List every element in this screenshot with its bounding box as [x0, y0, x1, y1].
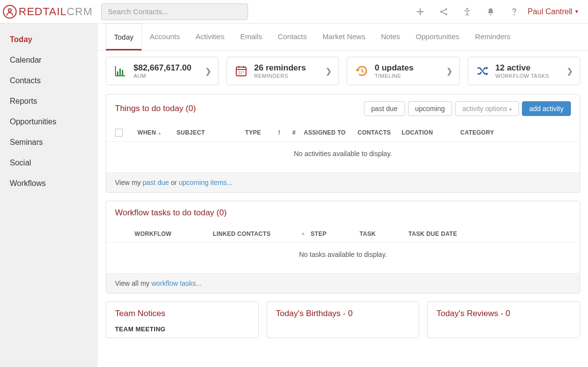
svg-point-13 [239, 73, 240, 74]
activity-options-button[interactable]: activity options ▾ [455, 101, 519, 116]
sidebar: Today Calendar Contacts Reports Opportun… [0, 23, 98, 367]
logo-text: REDTAILCRM [19, 5, 92, 18]
tab-reminders[interactable]: Reminders [467, 23, 519, 50]
workflow-table-head: WORKFLOW LINKED CONTACTS▲ STEP TASK TASK… [106, 225, 580, 243]
panel-title: Things to do today (0) [115, 104, 196, 114]
col-step[interactable]: STEP [311, 230, 360, 237]
things-empty: No activities available to display. [106, 142, 580, 172]
workflow-tasks-link[interactable]: workflow tasks... [151, 279, 202, 287]
app-logo[interactable]: REDTAILCRM [3, 5, 92, 19]
workflow-panel: Workflow tasks to do today (0) WORKFLOW … [106, 201, 580, 294]
team-notice-heading: TEAM MEETING [115, 325, 249, 333]
past-due-link[interactable]: past due [143, 179, 169, 186]
bottom-row: Team Notices TEAM MEETING Today's Birthd… [98, 301, 588, 338]
workflow-empty: No tasks available to display. [106, 243, 580, 273]
svg-point-1 [440, 11, 442, 13]
workflow-footer: View all my workflow tasks... [106, 273, 580, 293]
stat-label: REMINDERS [254, 73, 320, 79]
tab-activities[interactable]: Activities [188, 23, 232, 50]
tab-bar: Today Accounts Activities Emails Contact… [98, 23, 588, 51]
panel-title: Today's Birthdays - 0 [276, 309, 410, 319]
tab-contacts[interactable]: Contacts [270, 23, 315, 50]
shuffle-icon [475, 64, 490, 78]
col-location[interactable]: LOCATION [402, 129, 460, 136]
tab-emails[interactable]: Emails [232, 23, 270, 50]
sidebar-item-opportunities[interactable]: Opportunities [0, 112, 98, 132]
sidebar-item-contacts[interactable]: Contacts [0, 70, 98, 91]
caret-down-icon: ▾ [509, 107, 512, 112]
sidebar-item-calendar[interactable]: Calendar [0, 50, 98, 70]
col-contacts[interactable]: CONTACTS [358, 129, 402, 136]
reviews-panel: Today's Reviews - 0 [427, 301, 580, 338]
svg-point-10 [239, 71, 240, 72]
tab-opportunities[interactable]: Opportunities [408, 23, 467, 50]
main-content: Today Accounts Activities Emails Contact… [98, 23, 588, 367]
team-notices-panel: Team Notices TEAM MEETING [106, 301, 259, 338]
upcoming-items-link[interactable]: upcoming items... [179, 179, 233, 186]
col-task[interactable]: TASK [360, 230, 408, 237]
svg-point-4 [466, 8, 468, 10]
col-linked[interactable]: LINKED CONTACTS▲ [213, 230, 311, 237]
bell-icon[interactable] [486, 7, 495, 16]
stat-value: 26 reminders [254, 63, 320, 73]
stat-value: 12 active [496, 63, 561, 73]
chevron-right-icon: ❯ [566, 67, 573, 76]
header-icon-group [416, 7, 519, 16]
stats-row: $82,667,617.00 AUM ❯ 26 reminders REMIND… [98, 51, 588, 91]
col-subject[interactable]: SUBJECT [177, 129, 245, 136]
upcoming-button[interactable]: upcoming [408, 101, 452, 116]
tab-accounts[interactable]: Accounts [142, 23, 188, 50]
col-workflow[interactable]: WORKFLOW [135, 230, 213, 237]
col-priority[interactable]: ! [274, 129, 289, 136]
share-icon[interactable] [439, 7, 448, 16]
chevron-right-icon: ❯ [446, 67, 452, 76]
things-footer: View my past due or upcoming items... [106, 172, 580, 192]
past-due-button[interactable]: past due [364, 101, 405, 116]
col-category[interactable]: CATEGORY [460, 129, 504, 136]
app-header: REDTAILCRM Paul Cantrell ▼ [0, 0, 588, 23]
sidebar-item-social[interactable]: Social [0, 153, 98, 173]
stat-label: TIMELINE [375, 73, 440, 79]
sidebar-item-reports[interactable]: Reports [0, 91, 98, 112]
caret-down-icon: ▼ [574, 9, 579, 14]
chevron-right-icon: ❯ [325, 67, 332, 76]
sidebar-item-workflows[interactable]: Workflows [0, 173, 98, 194]
stat-reminders[interactable]: 26 reminders REMINDERS ❯ [226, 57, 339, 85]
add-icon[interactable] [416, 7, 425, 16]
col-due[interactable]: TASK DUE DATE [408, 230, 497, 237]
things-table-head: WHEN▲ SUBJECT TYPE ! # ASSIGNED TO CONTA… [106, 123, 580, 142]
add-activity-button[interactable]: add activity [522, 101, 571, 116]
select-all-checkbox[interactable] [115, 129, 123, 137]
col-when[interactable]: WHEN▲ [137, 129, 177, 136]
stat-aum[interactable]: $82,667,617.00 AUM ❯ [106, 57, 219, 85]
tab-today[interactable]: Today [106, 23, 142, 50]
help-icon[interactable] [510, 7, 519, 16]
svg-point-2 [445, 8, 447, 10]
stat-value: $82,667,617.00 [134, 63, 199, 73]
user-menu[interactable]: Paul Cantrell ▼ [527, 7, 579, 16]
panel-title: Workflow tasks to do today (0) [115, 208, 226, 218]
svg-point-14 [241, 73, 242, 74]
tab-notes[interactable]: Notes [373, 23, 408, 50]
stat-updates[interactable]: 0 updates TIMELINE ❯ [347, 57, 460, 85]
chevron-right-icon: ❯ [205, 67, 211, 76]
sidebar-item-today[interactable]: Today [0, 29, 98, 50]
things-panel: Things to do today (0) past due upcoming… [106, 94, 580, 193]
stat-value: 0 updates [375, 63, 440, 73]
svg-point-5 [514, 14, 515, 15]
chart-icon [113, 64, 128, 78]
user-name: Paul Cantrell [527, 7, 572, 16]
tab-market-news[interactable]: Market News [315, 23, 373, 50]
svg-point-11 [241, 71, 242, 72]
history-icon [354, 64, 369, 78]
accessibility-icon[interactable] [463, 7, 472, 16]
col-num[interactable]: # [289, 129, 304, 136]
search-input[interactable] [101, 3, 248, 20]
col-type[interactable]: TYPE [245, 129, 274, 136]
stat-workflow[interactable]: 12 active WORKFLOW TASKS ❯ [468, 57, 581, 85]
calendar-icon [234, 64, 249, 78]
col-assigned[interactable]: ASSIGNED TO [304, 129, 358, 136]
svg-point-0 [8, 9, 11, 12]
stat-label: AUM [134, 73, 199, 79]
sidebar-item-seminars[interactable]: Seminars [0, 132, 98, 153]
